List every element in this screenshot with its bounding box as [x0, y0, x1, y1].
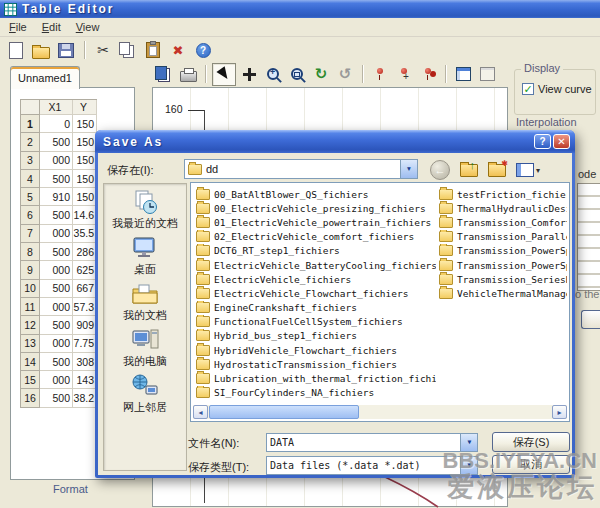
table-row[interactable]: 6 500 14.6 [21, 206, 97, 224]
new-folder-button[interactable] [488, 164, 506, 177]
view-curve-checkbox[interactable] [522, 83, 534, 95]
row-number-cell[interactable]: 8 [21, 243, 40, 261]
scroll-right-arrow[interactable] [552, 405, 567, 419]
file-name-combobox[interactable]: DATA [266, 433, 478, 452]
multi-point-button[interactable] [417, 64, 439, 85]
x1-cell[interactable]: 000 [40, 298, 73, 316]
y-cell[interactable]: 286 [73, 243, 97, 261]
menu-edit[interactable]: Edit [37, 20, 71, 34]
up-one-level-button[interactable] [460, 164, 478, 177]
y-cell[interactable]: 150 [73, 115, 97, 133]
row-number-cell[interactable]: 6 [21, 206, 40, 224]
column-header-y[interactable]: Y [73, 100, 97, 115]
frame-view-button[interactable] [476, 64, 498, 85]
x1-cell[interactable]: 500 [40, 316, 73, 334]
pan-button[interactable] [238, 64, 260, 85]
partial-button[interactable] [581, 310, 600, 329]
folder-item[interactable]: EngineCrankshaft_fichiers [196, 301, 436, 315]
row-number-cell[interactable]: 2 [21, 133, 40, 151]
row-number-cell[interactable]: 10 [21, 280, 40, 298]
x1-cell[interactable]: 000 [40, 371, 73, 389]
y-cell[interactable]: 308 [73, 353, 97, 371]
edit-point-button[interactable] [393, 64, 415, 85]
folder-item[interactable]: HybridVehicle_Flowchart_fichiers [196, 343, 436, 357]
table-view-button[interactable] [452, 64, 474, 85]
y-cell[interactable]: 909 [73, 316, 97, 334]
menu-file[interactable]: File [4, 20, 37, 34]
combo-dropdown-arrow-icon[interactable] [400, 160, 417, 178]
cancel-button[interactable]: 取消 [492, 455, 570, 474]
folder-item[interactable]: DCT6_RT_step1_fichiers [196, 244, 436, 258]
folder-item[interactable]: ElectricVehicle_fichiers [196, 272, 436, 286]
help-button[interactable] [192, 40, 214, 61]
menu-view[interactable]: View [71, 20, 110, 34]
file-list[interactable]: 00_BatAltBlower_QS_fichiers 00_ElectricV… [190, 182, 570, 422]
delete-button[interactable] [167, 40, 189, 61]
scrollbar-thumb[interactable] [209, 405, 359, 419]
zoom-window-button[interactable] [286, 64, 308, 85]
folder-item[interactable]: Lubrication_with_thermal_friction_fichie… [196, 371, 436, 385]
place-network[interactable]: 网上邻居 [104, 373, 186, 419]
y-cell[interactable]: 667 [73, 280, 97, 298]
x1-cell[interactable]: 000 [40, 261, 73, 279]
folder-item[interactable]: Transmission_PowerSplit [439, 244, 567, 258]
row-number-cell[interactable]: 12 [21, 316, 40, 334]
y-cell[interactable]: 35.5 [73, 225, 97, 243]
folder-item[interactable]: Transmission_SeriesHybr [439, 272, 567, 286]
y-cell[interactable]: 150 [73, 133, 97, 151]
dialog-help-button[interactable]: ? [534, 134, 551, 149]
column-header-x1[interactable]: X1 [40, 100, 73, 115]
open-file-button[interactable] [30, 40, 52, 61]
view-menu-button[interactable]: ▾ [516, 163, 540, 177]
row-number-cell[interactable]: 4 [21, 170, 40, 188]
y-cell[interactable]: 57.3 [73, 298, 97, 316]
table-row[interactable]: 3 000 150 [21, 152, 97, 170]
y-cell[interactable]: 625 [73, 261, 97, 279]
table-row[interactable]: 13 000 7.75 [21, 335, 97, 353]
table-row[interactable]: 11 000 57.3 [21, 298, 97, 316]
table-row[interactable]: 1 0 150 [21, 115, 97, 133]
row-number-cell[interactable]: 5 [21, 188, 40, 206]
folder-item[interactable]: ElectricVehicle_BatteryCooling_fichiers [196, 258, 436, 272]
scroll-left-arrow[interactable] [193, 405, 208, 419]
place-recent-documents[interactable]: 我最近的文档 [104, 189, 186, 235]
folder-item[interactable]: Transmission_Comfort_St [439, 215, 567, 229]
y-cell[interactable]: 150 [73, 188, 97, 206]
row-number-cell[interactable]: 14 [21, 353, 40, 371]
row-number-cell[interactable]: 16 [21, 389, 40, 407]
dialog-close-button[interactable]: ✕ [553, 134, 570, 149]
folder-item[interactable]: testFriction_fichiers [439, 187, 567, 201]
zoom-in-button[interactable] [262, 64, 284, 85]
place-my-documents[interactable]: 我的文档 [104, 281, 186, 327]
table-row[interactable]: 7 000 35.5 [21, 225, 97, 243]
y-cell[interactable]: 143 [73, 371, 97, 389]
table-row[interactable]: 8 500 286 [21, 243, 97, 261]
combo-dropdown-arrow-icon[interactable] [460, 457, 477, 474]
folder-item[interactable]: ThermalHydraulicDesign_ [439, 201, 567, 215]
back-button[interactable] [430, 160, 450, 180]
folder-item[interactable]: Hybrid_bus_step1_fichiers [196, 329, 436, 343]
paste-button[interactable] [142, 40, 164, 61]
folder-item[interactable]: 00_BatAltBlower_QS_fichiers [196, 187, 436, 201]
dialog-titlebar[interactable]: Save As ? ✕ [95, 130, 575, 153]
table-row[interactable]: 15 000 143 [21, 371, 97, 389]
row-number-cell[interactable]: 7 [21, 225, 40, 243]
folder-item[interactable]: VehicleThermalManagemen [439, 286, 567, 300]
row-number-cell[interactable]: 1 [21, 115, 40, 133]
y-cell[interactable]: 150 [73, 170, 97, 188]
folder-item[interactable]: SI_FourCylinders_NA_fichiers [196, 386, 436, 400]
x1-cell[interactable]: 500 [40, 389, 73, 407]
table-row[interactable]: 16 500 38.2 [21, 389, 97, 407]
combo-dropdown-arrow-icon[interactable] [460, 434, 477, 451]
save-type-combobox[interactable]: Data files (*.data *.dat) [266, 456, 478, 475]
row-number-cell[interactable]: 11 [21, 298, 40, 316]
row-number-cell[interactable]: 3 [21, 152, 40, 170]
y-cell[interactable]: 7.75 [73, 335, 97, 353]
export-image-button[interactable] [153, 64, 175, 85]
x1-cell[interactable]: 500 [40, 170, 73, 188]
tab-unnamed1[interactable]: Unnamed1 [10, 66, 80, 89]
x1-cell[interactable]: 0 [40, 115, 73, 133]
folder-item[interactable]: 00_ElectricVehicle_presizing_fichiers [196, 201, 436, 215]
place-my-computer[interactable]: 我的电脑 [104, 327, 186, 373]
zoom-reset-button[interactable] [310, 64, 332, 85]
